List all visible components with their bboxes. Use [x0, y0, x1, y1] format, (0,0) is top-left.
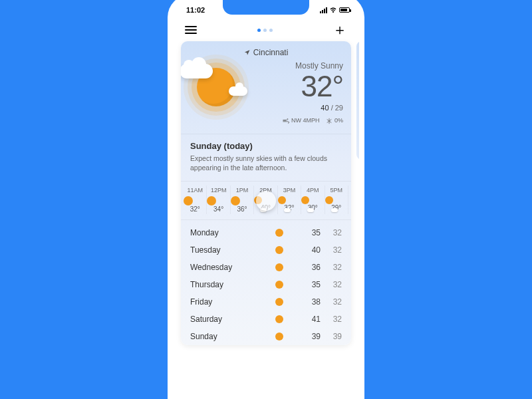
- day-name: Monday: [190, 228, 275, 237]
- sun-icon: [275, 332, 283, 340]
- nav-bar: ＋: [173, 20, 359, 41]
- add-button[interactable]: ＋: [332, 23, 347, 37]
- hour-cell[interactable]: 4PM30°: [301, 186, 325, 214]
- menu-button[interactable]: [185, 26, 197, 34]
- hourly-forecast[interactable]: 11AM32°12PM34°1PM36°2PM40°3PM32°4PM30°5P…: [181, 182, 351, 220]
- hour-time: 11AM: [184, 187, 206, 194]
- day-high: 35: [305, 280, 321, 289]
- page-dots[interactable]: [257, 29, 273, 32]
- high-temp: 40: [321, 104, 329, 112]
- snowflake-icon: [326, 118, 332, 124]
- partly-cloudy-icon: [278, 196, 301, 204]
- day-name: Wednesday: [190, 263, 275, 272]
- weather-illustration: [189, 60, 266, 124]
- location-name: Cincinnati: [253, 48, 289, 57]
- hour-time: 12PM: [207, 187, 229, 194]
- day-name: Thursday: [190, 280, 275, 289]
- day-high: 39: [305, 332, 321, 341]
- wifi-icon: [329, 7, 337, 13]
- day-low: 32: [326, 297, 342, 307]
- hour-cell[interactable]: 2PM40°: [254, 186, 277, 214]
- low-temp: 29: [335, 104, 343, 112]
- battery-icon: [339, 7, 350, 13]
- hour-time: 2PM: [254, 187, 277, 194]
- wind-icon: [283, 118, 289, 124]
- cloud-icon: [181, 64, 213, 78]
- sun-icon: [275, 298, 283, 306]
- cloud-icon: [229, 86, 247, 96]
- daily-row[interactable]: Tuesday4032: [190, 241, 342, 259]
- hour-time: 5PM: [325, 187, 348, 194]
- condition-text: Mostly Sunny: [266, 61, 343, 70]
- sun-icon: [275, 246, 283, 254]
- hour-time: 4PM: [301, 187, 324, 194]
- hour-cell[interactable]: 12PM34°: [207, 186, 230, 214]
- partly-cloudy-icon: [254, 196, 277, 204]
- partly-cloudy-icon: [301, 196, 324, 204]
- daily-row[interactable]: Thursday3532: [190, 276, 342, 293]
- location[interactable]: Cincinnati: [244, 48, 289, 57]
- sun-icon: [275, 281, 283, 289]
- sun-icon: [184, 196, 206, 205]
- daily-row[interactable]: Saturday4132: [190, 311, 342, 328]
- day-low: 32: [326, 263, 342, 272]
- phone-frame: 11:02 ＋ Cincinnati: [173, 0, 359, 399]
- daily-row[interactable]: Wednesday3632: [190, 259, 342, 276]
- sun-icon: [275, 229, 283, 237]
- day-name: Friday: [190, 297, 275, 307]
- day-high: 36: [305, 263, 321, 272]
- status-time: 11:02: [186, 6, 205, 14]
- day-name: Sunday: [190, 332, 275, 341]
- hi-lo: 40 / 29: [266, 104, 343, 112]
- hour-temp: 34°: [213, 205, 223, 213]
- wind-metric: NW 4MPH: [283, 117, 319, 124]
- partly-cloudy-icon: [325, 196, 348, 204]
- day-low: 32: [326, 245, 342, 255]
- sun-icon: [231, 196, 253, 205]
- day-low: 32: [326, 228, 342, 237]
- hour-cell[interactable]: 3PM32°: [278, 186, 301, 214]
- day-low: 32: [326, 315, 342, 324]
- day-high: 38: [305, 297, 321, 307]
- day-high: 41: [305, 315, 321, 324]
- today-title: Sunday (today): [190, 141, 342, 151]
- hour-temp: 32°: [190, 205, 200, 213]
- current-temp: 32°: [266, 72, 343, 101]
- hour-cell[interactable]: 1PM36°: [231, 186, 254, 214]
- day-name: Saturday: [190, 315, 275, 324]
- sun-icon: [275, 263, 283, 271]
- day-high: 35: [305, 228, 321, 237]
- weather-card: Cincinnati Mostly Sunny 32° 40 / 29: [181, 41, 351, 345]
- sun-icon: [275, 315, 283, 323]
- signal-icon: [320, 7, 327, 13]
- hour-temp: 36°: [237, 205, 247, 213]
- next-card-peek[interactable]: [356, 41, 359, 160]
- hour-cell[interactable]: 11AM32°: [184, 186, 207, 214]
- day-low: 39: [326, 332, 342, 341]
- location-arrow-icon: [244, 49, 251, 56]
- day-low: 32: [326, 280, 342, 289]
- today-summary: Sunday (today) Expect mostly sunny skies…: [181, 134, 351, 182]
- today-desc: Expect mostly sunny skies with a few clo…: [190, 154, 342, 173]
- sun-icon: [207, 196, 229, 205]
- status-indicators: [320, 7, 350, 13]
- daily-row[interactable]: Sunday3939: [190, 328, 342, 345]
- notch: [223, 0, 309, 15]
- day-high: 40: [305, 245, 321, 255]
- hour-cell[interactable]: 5PM29°: [325, 186, 348, 214]
- daily-forecast[interactable]: Monday3532Tuesday4032Wednesday3632Thursd…: [181, 220, 351, 345]
- daily-row[interactable]: Monday3532: [190, 224, 342, 241]
- precip-metric: 0%: [326, 117, 343, 124]
- hero: Cincinnati Mostly Sunny 32° 40 / 29: [181, 41, 351, 134]
- day-name: Tuesday: [190, 245, 275, 255]
- hour-time: 1PM: [231, 187, 253, 194]
- daily-row[interactable]: Friday3832: [190, 293, 342, 311]
- hour-time: 3PM: [278, 187, 301, 194]
